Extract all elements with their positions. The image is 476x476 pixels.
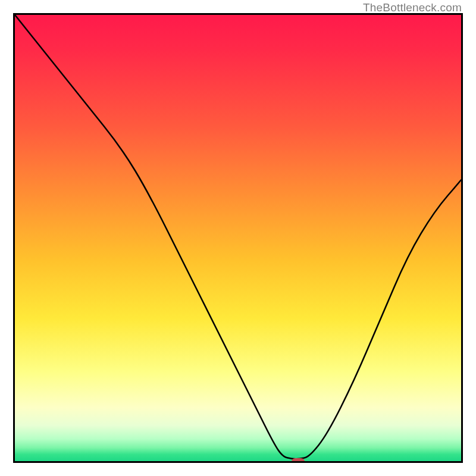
plot-frame [13, 13, 463, 463]
chart-container: TheBottleneck.com [0, 0, 476, 476]
watermark-text: TheBottleneck.com [363, 1, 462, 14]
optimum-marker [292, 458, 305, 463]
bottleneck-curve [15, 15, 461, 461]
